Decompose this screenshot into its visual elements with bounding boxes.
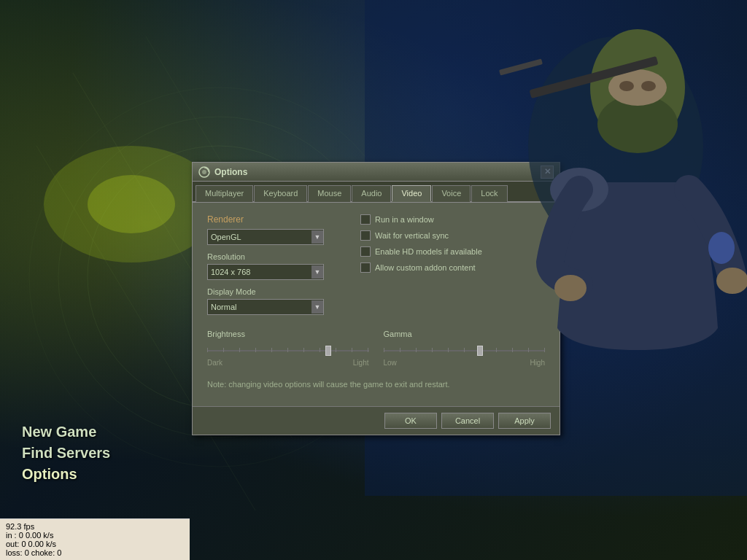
- brightness-min-label: Dark: [207, 359, 222, 367]
- svg-point-13: [619, 81, 634, 91]
- hd-models-checkbox[interactable]: [360, 246, 371, 257]
- resolution-value: 747 x 560: [211, 268, 250, 276]
- net-in: in : 0 0.00 k/s: [6, 531, 184, 540]
- svg-point-18: [716, 268, 747, 294]
- hud-overlay: 92.3 fps in : 0 0.00 k/s out: 0 0.00 k/s…: [0, 518, 190, 560]
- soldier-illustration: [382, 0, 747, 496]
- main-menu: New Game Find Servers Options: [22, 424, 110, 487]
- tab-mouse[interactable]: Mouse: [308, 185, 351, 202]
- svg-point-20: [708, 232, 735, 264]
- addon-content-checkbox[interactable]: [360, 262, 371, 273]
- svg-point-14: [641, 81, 656, 91]
- svg-rect-17: [499, 58, 543, 75]
- net-out: out: 0 0.00 k/s: [6, 540, 184, 548]
- tab-keyboard[interactable]: Keyboard: [254, 185, 307, 202]
- renderer-label: Renderer: [207, 214, 353, 225]
- tab-video[interactable]: Video: [392, 185, 431, 202]
- fps-counter: 92.3 fps: [6, 522, 184, 531]
- renderer-value: OpenGL: [211, 233, 241, 241]
- svg-point-19: [554, 275, 587, 301]
- left-column: Renderer OpenGL ▼ Resolution 747 x 560 …: [207, 214, 353, 322]
- brightness-labels: Dark Light: [207, 359, 369, 367]
- menu-item-find-servers[interactable]: Find Servers: [22, 445, 110, 462]
- svg-point-1: [88, 175, 175, 233]
- run-in-window-checkbox[interactable]: [360, 214, 371, 225]
- brightness-slider-group: Brightness: [207, 330, 369, 370]
- steam-icon: [198, 166, 210, 178]
- brightness-max-label: Light: [353, 359, 369, 367]
- display-mode-arrow-icon: ▼: [311, 300, 323, 314]
- tab-multiplayer[interactable]: Multiplayer: [196, 185, 253, 202]
- menu-item-options[interactable]: Options: [22, 466, 110, 483]
- brightness-handle[interactable]: [325, 346, 331, 356]
- renderer-arrow-icon: ▼: [311, 230, 323, 244]
- display-mode-dropdown[interactable]: Normal ▼: [207, 299, 324, 315]
- brightness-title: Brightness: [207, 330, 369, 338]
- title-left: Options: [198, 166, 247, 178]
- resolution-dropdown[interactable]: 747 x 560 ▼: [207, 264, 324, 280]
- svg-point-22: [202, 170, 206, 174]
- resolution-label: Resolution: [207, 252, 353, 261]
- menu-item-new-game[interactable]: New Game: [22, 424, 110, 440]
- resolution-arrow-icon: ▼: [311, 265, 323, 279]
- renderer-dropdown[interactable]: OpenGL ▼: [207, 229, 324, 245]
- net-loss: loss: 0 choke: 0: [6, 548, 184, 557]
- vsync-checkbox[interactable]: [360, 230, 371, 241]
- dialog-title: Options: [214, 167, 247, 177]
- display-mode-label: Display Mode: [207, 287, 353, 296]
- display-mode-value: Normal: [211, 303, 236, 311]
- brightness-slider-container: Dark Light: [207, 341, 369, 370]
